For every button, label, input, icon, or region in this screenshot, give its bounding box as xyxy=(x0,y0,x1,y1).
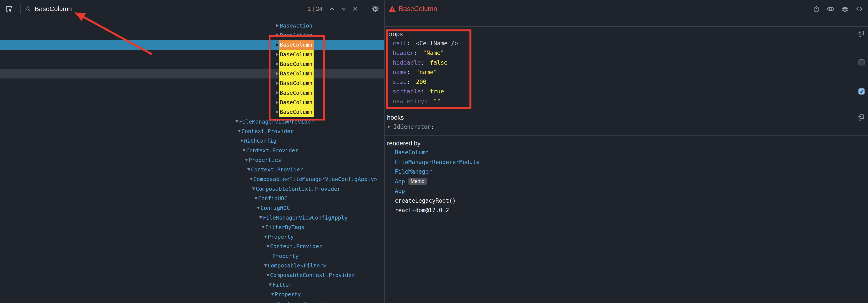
tree-row-BaseColumn[interactable]: BaseColumn xyxy=(0,97,384,107)
component-name[interactable]: BaseColumn xyxy=(279,50,314,59)
component-name[interactable]: FileManagerViewProvider xyxy=(238,117,315,126)
component-name[interactable]: Filter xyxy=(271,280,293,290)
search-input[interactable] xyxy=(35,5,307,12)
tree-row-BaseColumn[interactable]: BaseColumn xyxy=(0,88,384,97)
component-name[interactable]: BaseAction xyxy=(279,30,314,40)
tree-row-Context-Provider[interactable]: Context.Provider xyxy=(0,146,384,155)
tree-row-Property[interactable]: Property xyxy=(0,232,384,242)
prop-row-cell[interactable]: cell:<CellName /> xyxy=(385,38,868,48)
component-name[interactable]: Composable<FileManagerViewConfigApply> xyxy=(252,175,378,184)
prop-colon: : xyxy=(407,79,410,85)
component-name[interactable]: Property xyxy=(267,232,295,242)
tree-row-BaseColumn[interactable]: BaseColumn xyxy=(0,40,384,50)
component-name[interactable]: ConfigHOC xyxy=(257,193,288,203)
inspect-element-button[interactable] xyxy=(5,5,13,13)
prop-row-hideable[interactable]: hideable:false xyxy=(385,58,868,67)
tree-row-Context-Provider[interactable]: Context.Provider xyxy=(0,299,384,303)
component-name[interactable]: BaseAction xyxy=(279,21,314,30)
component-name[interactable]: WithConfig xyxy=(243,136,278,146)
component-name[interactable]: Property xyxy=(271,251,300,261)
toolbar-divider xyxy=(20,4,21,14)
tree-row-BaseColumn[interactable]: BaseColumn xyxy=(0,50,384,59)
component-name[interactable]: BaseColumn xyxy=(279,88,314,97)
expand-arrow-icon[interactable] xyxy=(388,125,394,128)
copy-props-button[interactable] xyxy=(857,30,865,37)
tree-row-BaseAction[interactable]: BaseAction xyxy=(0,21,384,30)
prop-colon: : xyxy=(407,69,410,75)
prop-value[interactable]: false xyxy=(430,59,447,66)
clear-search-button[interactable] xyxy=(351,5,360,13)
component-name[interactable]: Composable<Filter> xyxy=(267,261,328,270)
component-name[interactable]: FilterByTags xyxy=(264,222,306,232)
tree-row-WithConfig[interactable]: WithConfig xyxy=(0,136,384,146)
settings-button[interactable] xyxy=(371,5,380,13)
owner-link[interactable]: App xyxy=(395,188,405,194)
tree-row-BaseColumn[interactable]: BaseColumn xyxy=(0,79,384,88)
tree-row-Property[interactable]: Property xyxy=(0,251,384,261)
tree-row-ComposableContext-Provider[interactable]: ComposableContext.Provider xyxy=(0,271,384,280)
previous-match-button[interactable] xyxy=(328,5,336,13)
component-name[interactable]: Context.Provider xyxy=(269,242,323,251)
component-name[interactable]: Context.Provider xyxy=(240,126,295,136)
tree-row-BaseColumn[interactable]: BaseColumn xyxy=(0,59,384,69)
prop-value[interactable]: <CellName /> xyxy=(416,40,458,47)
owner-link[interactable]: FileManager xyxy=(395,169,432,175)
component-name[interactable]: Context.Provider xyxy=(276,299,331,303)
owner-link[interactable]: BaseColumn xyxy=(395,149,429,156)
components-toolbar: 1 | 24 xyxy=(0,0,384,18)
tree-row-Composable-FileManagerViewConfigApply-[interactable]: Composable<FileManagerViewConfigApply> xyxy=(0,175,384,184)
tree-row-Filter[interactable]: Filter xyxy=(0,280,384,290)
tree-row-FileManagerViewProvider[interactable]: FileManagerViewProvider xyxy=(0,117,384,126)
component-name[interactable]: BaseColumn xyxy=(279,97,314,107)
tree-row-ConfigHOC[interactable]: ConfigHOC xyxy=(0,203,384,213)
component-name[interactable]: Property xyxy=(274,290,302,299)
component-name[interactable]: BaseColumn xyxy=(279,59,314,69)
tree-row-BaseAction[interactable]: BaseAction xyxy=(0,30,384,40)
checkbox-unchecked[interactable] xyxy=(859,59,865,65)
copy-hooks-button[interactable] xyxy=(857,114,865,121)
component-name[interactable]: Context.Provider xyxy=(245,146,300,155)
component-name[interactable]: BaseColumn xyxy=(279,107,314,117)
tree-row-FileManagerViewConfigApply[interactable]: FileManagerViewConfigApply xyxy=(0,213,384,222)
tree-row-Context-Provider[interactable]: Context.Provider xyxy=(0,165,384,174)
tree-row-Property[interactable]: Property xyxy=(0,290,384,299)
component-name[interactable]: Context.Provider xyxy=(250,165,304,174)
prop-row-new-entry[interactable]: new entry:"" xyxy=(385,96,868,106)
component-name[interactable]: FileManagerViewConfigApply xyxy=(262,213,349,222)
component-name[interactable]: ComposableContext.Provider xyxy=(255,184,342,193)
hook-row-IdGenerator[interactable]: IdGenerator: xyxy=(385,122,868,132)
tree-row-FilterByTags[interactable]: FilterByTags xyxy=(0,222,384,232)
tree-row-BaseColumn[interactable]: BaseColumn xyxy=(0,107,384,117)
prop-key: size xyxy=(393,79,407,85)
suspend-toggle-button[interactable] xyxy=(812,5,821,13)
component-name[interactable]: BaseColumn xyxy=(279,40,314,50)
prop-value[interactable]: "Name" xyxy=(423,50,444,56)
prop-value[interactable]: true xyxy=(430,88,444,95)
component-name[interactable]: BaseColumn xyxy=(279,79,314,88)
tree-row-ConfigHOC[interactable]: ConfigHOC xyxy=(0,193,384,203)
tree-row-Composable-Filter-[interactable]: Composable<Filter> xyxy=(0,261,384,270)
tree-row-ComposableContext-Provider[interactable]: ComposableContext.Provider xyxy=(0,184,384,193)
prop-value[interactable]: "" xyxy=(434,98,441,104)
owner-link[interactable]: App xyxy=(395,178,405,185)
tree-row-Properties[interactable]: Properties xyxy=(0,155,384,165)
prop-row-size[interactable]: size:200 xyxy=(385,77,868,87)
tree-row-Context-Provider[interactable]: Context.Provider xyxy=(0,242,384,251)
prop-row-sortable[interactable]: sortable:true xyxy=(385,87,868,96)
component-name[interactable]: ComposableContext.Provider xyxy=(269,271,356,280)
component-name[interactable]: BaseColumn xyxy=(279,69,314,78)
prop-value[interactable]: 200 xyxy=(416,79,427,85)
tree-row-Context-Provider[interactable]: Context.Provider xyxy=(0,126,384,136)
next-match-button[interactable] xyxy=(339,5,348,13)
prop-value[interactable]: "name" xyxy=(416,69,437,75)
component-name[interactable]: ConfigHOC xyxy=(259,203,291,213)
owner-link[interactable]: FileManagerRendererModule xyxy=(395,159,479,165)
checkbox-checked[interactable] xyxy=(859,88,865,94)
component-name[interactable]: Properties xyxy=(248,155,282,165)
prop-row-header[interactable]: header:"Name" xyxy=(385,48,868,58)
prop-row-name[interactable]: name:"name" xyxy=(385,67,868,77)
tree-row-BaseColumn[interactable]: BaseColumn xyxy=(0,69,384,78)
view-source-button[interactable] xyxy=(855,5,864,13)
inspect-dom-button[interactable] xyxy=(827,5,835,13)
log-to-console-button[interactable] xyxy=(841,5,849,13)
